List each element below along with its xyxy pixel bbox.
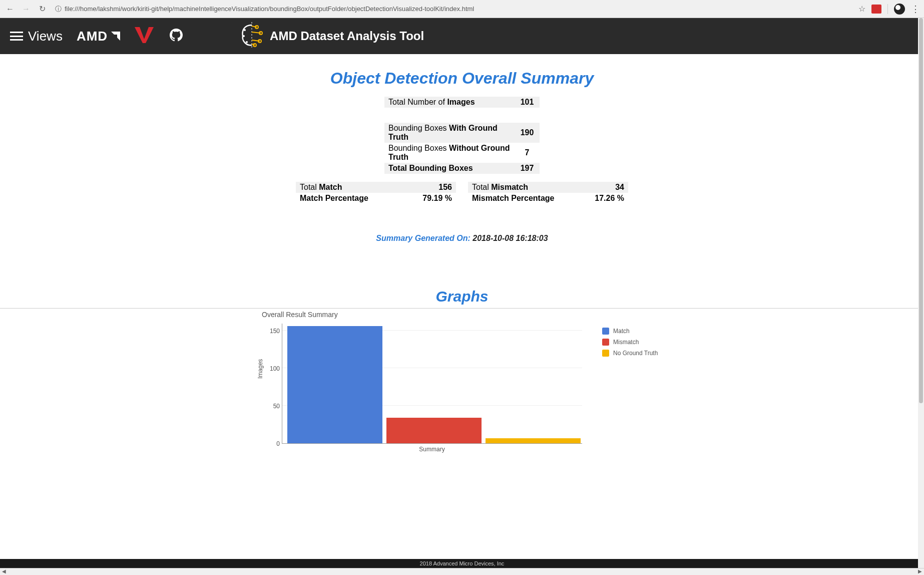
svg-point-1	[244, 29, 246, 31]
horizontal-scrollbar[interactable]	[0, 568, 924, 575]
brain-logo-icon	[238, 21, 266, 51]
generated-label: Summary Generated On:	[376, 234, 473, 242]
y-tick: 0	[276, 440, 280, 447]
url-bar[interactable]: ⓘ file:///home/lakshmi/work/kiriti-git/h…	[52, 5, 852, 14]
separator	[887, 4, 888, 14]
extension-badge[interactable]	[871, 5, 881, 14]
svg-point-2	[243, 35, 245, 37]
match-table: Total Match 156 Match Percentage 79.19 %	[296, 182, 456, 204]
bar-no-ground-truth	[486, 438, 581, 444]
radeon-logo-icon	[134, 26, 155, 46]
bar-mismatch	[386, 418, 482, 443]
legend-noground: No Ground Truth	[602, 350, 658, 357]
bbox-table: Bounding Boxes With Ground Truth 190 Bou…	[384, 123, 540, 174]
total-images-row: Total Number of Images 101	[384, 97, 540, 108]
total-mismatch-row: Total Mismatch 34	[468, 182, 628, 193]
page-title: Object Detection Overall Summary	[0, 69, 924, 88]
y-axis-label: Images	[257, 359, 264, 379]
browser-toolbar: ← → ↻ ⓘ file:///home/lakshmi/work/kiriti…	[0, 0, 924, 18]
y-tick: 100	[270, 365, 280, 372]
chart-title: Overall Result Summary	[262, 311, 692, 319]
divider	[0, 308, 924, 309]
app-header: Views AMD AMD Dataset Analysis Tool	[0, 18, 924, 54]
views-menu[interactable]: Views	[10, 29, 63, 44]
match-pct-row: Match Percentage 79.19 %	[296, 193, 456, 204]
views-label: Views	[28, 29, 63, 44]
bbox-without-gt-row: Bounding Boxes Without Ground Truth 7	[384, 143, 540, 163]
footer-text: 2018 Advanced Micro Devices, Inc	[420, 560, 505, 566]
graphs-title: Graphs	[0, 288, 924, 305]
amd-arrow-icon	[110, 30, 122, 42]
browser-menu-icon[interactable]: ⋮	[911, 4, 920, 15]
info-icon: ⓘ	[55, 5, 62, 14]
x-axis-label: Summary	[282, 446, 582, 453]
bbox-total-row: Total Bounding Boxes 197	[384, 163, 540, 174]
y-axis: Images 0 50 100 150	[262, 324, 282, 444]
legend-match: Match	[602, 328, 658, 335]
generated-timestamp: 2018-10-08 16:18:03	[473, 234, 548, 242]
reload-button[interactable]: ↻	[36, 3, 48, 15]
chart-legend: Match Mismatch No Ground Truth	[602, 328, 658, 444]
chart-container: Overall Result Summary Images 0 50 100 1…	[232, 311, 692, 453]
y-tick: 150	[270, 328, 280, 335]
generated-on-line: Summary Generated On: 2018-10-08 16:18:0…	[0, 234, 924, 243]
forward-button[interactable]: →	[20, 3, 32, 15]
match-mismatch-row: Total Match 156 Match Percentage 79.19 %…	[0, 182, 924, 204]
mismatch-table: Total Mismatch 34 Mismatch Percentage 17…	[468, 182, 628, 204]
hamburger-icon	[10, 32, 23, 41]
vertical-scrollbar[interactable]	[918, 18, 924, 568]
url-text: file:///home/lakshmi/work/kiriti-git/hel…	[65, 5, 474, 13]
svg-point-3	[246, 41, 248, 43]
back-button[interactable]: ←	[4, 3, 16, 15]
bar-match	[287, 326, 382, 443]
main-content: Object Detection Overall Summary Total N…	[0, 54, 924, 564]
mismatch-pct-row: Mismatch Percentage 17.26 %	[468, 193, 628, 204]
bbox-with-gt-row: Bounding Boxes With Ground Truth 190	[384, 123, 540, 143]
github-icon[interactable]	[170, 29, 183, 44]
total-match-row: Total Match 156	[296, 182, 456, 193]
app-title: AMD Dataset Analysis Tool	[270, 29, 424, 43]
chart-plot-area	[282, 324, 582, 444]
legend-mismatch: Mismatch	[602, 339, 658, 346]
profile-icon[interactable]	[894, 4, 905, 15]
amd-logo: AMD	[77, 29, 122, 44]
footer: 2018 Advanced Micro Devices, Inc	[0, 559, 924, 568]
images-table: Total Number of Images 101	[384, 97, 540, 108]
y-tick: 50	[273, 403, 280, 410]
bookmark-star-icon[interactable]: ☆	[858, 4, 865, 14]
